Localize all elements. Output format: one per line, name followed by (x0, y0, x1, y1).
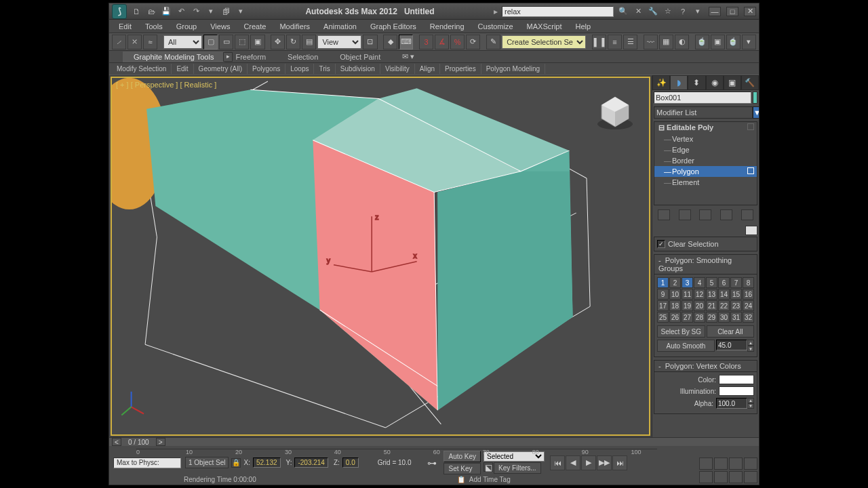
ribbon-sub-polygons[interactable]: Polygons (248, 64, 285, 74)
ribbon-sub-edit[interactable]: Edit (172, 64, 193, 74)
sg-button-29[interactable]: 29 (706, 312, 717, 323)
show-end-result-icon[interactable] (679, 209, 691, 220)
maximize-button[interactable]: □ (726, 7, 738, 16)
stack-vertex[interactable]: —Vertex (654, 134, 757, 144)
play-icon[interactable]: ▶ (581, 455, 596, 470)
menu-modifiers[interactable]: Modifiers (273, 21, 317, 32)
modifier-dropdown-arrow[interactable]: ▼ (753, 106, 759, 119)
orbit-icon[interactable] (729, 471, 743, 483)
zoom-extents-all-icon[interactable] (744, 458, 757, 470)
binoculars-icon[interactable]: 🔍 (618, 7, 629, 16)
sg-button-19[interactable]: 19 (682, 300, 693, 311)
rotate-icon[interactable]: ↻ (286, 35, 300, 49)
sg-button-6[interactable]: 6 (718, 277, 730, 288)
new-icon[interactable]: 🗋 (131, 7, 142, 16)
setkey-big-icon[interactable]: ⬕ (484, 462, 493, 472)
menu-maxscript[interactable]: MAXScript (520, 21, 569, 32)
sg-button-27[interactable]: 27 (682, 312, 693, 323)
display-tab-icon[interactable]: ▣ (724, 75, 741, 90)
sg-button-10[interactable]: 10 (669, 289, 681, 300)
timeline-prev[interactable]: < (112, 438, 121, 446)
ribbon-tab-mail-icon[interactable]: ✉ ▾ (391, 51, 425, 62)
sg-button-28[interactable]: 28 (694, 312, 705, 323)
curve-editor-icon[interactable]: 〰 (644, 35, 658, 49)
clear-selection-checkbox[interactable]: ✓ (657, 240, 665, 248)
pan-icon[interactable] (714, 471, 728, 483)
pivot-icon[interactable]: ⊡ (363, 35, 377, 49)
select-object-icon[interactable]: ▢ (203, 35, 218, 49)
vc-color-swatch[interactable] (719, 375, 754, 384)
selection-filter[interactable]: All (163, 35, 202, 49)
rollout-vertex-colors[interactable]: - Polygon: Vertex Colors (654, 360, 757, 372)
render-drop-icon[interactable]: ▾ (742, 35, 756, 49)
ribbon-sub-modifyselection[interactable]: Modify Selection (112, 64, 172, 74)
menu-group[interactable]: Group (170, 21, 204, 32)
ribbon-sub-subdivision[interactable]: Subdivision (336, 64, 380, 74)
open-icon[interactable]: 🗁 (146, 7, 157, 16)
object-name-field[interactable] (654, 92, 751, 104)
help-drop-icon[interactable]: ▾ (692, 7, 703, 16)
sg-button-18[interactable]: 18 (669, 300, 681, 311)
modify-tab-icon[interactable]: ◗ (670, 75, 688, 90)
bind-icon[interactable]: ≈ (143, 35, 157, 49)
percent-snap-icon[interactable]: % (450, 35, 465, 49)
menu-tools[interactable]: Tools (138, 21, 170, 32)
material-editor-icon[interactable]: ◐ (675, 35, 689, 49)
sg-button-8[interactable]: 8 (743, 277, 754, 288)
ribbon-sub-geometry[interactable]: Geometry (All) (194, 64, 248, 74)
modifier-list-dropdown[interactable] (654, 106, 753, 119)
sg-button-14[interactable]: 14 (718, 289, 730, 300)
sg-button-15[interactable]: 15 (730, 289, 742, 300)
create-tab-icon[interactable]: ✨ (652, 75, 670, 90)
sg-button-24[interactable]: 24 (743, 300, 754, 311)
ribbon-tab-objectpaint[interactable]: Object Paint (329, 52, 391, 62)
auto-smooth-spinner[interactable] (716, 340, 747, 350)
menu-create[interactable]: Create (237, 21, 273, 32)
sg-button-3[interactable]: 3 (682, 277, 693, 288)
prev-frame-icon[interactable]: ◀ (566, 455, 580, 470)
named-selection-set[interactable]: Create Selection Se (502, 35, 586, 49)
ribbon-sub-loops[interactable]: Loops (285, 64, 314, 74)
clear-all-button[interactable]: Clear All (707, 325, 755, 338)
zoom-all-icon[interactable] (714, 458, 728, 470)
stack-editable-poly[interactable]: ⊟ Editable Poly (654, 122, 757, 134)
rollout-smoothing-groups[interactable]: - Polygon: Smoothing Groups (654, 254, 757, 274)
render-icon[interactable]: 🍵 (726, 35, 741, 49)
sg-button-9[interactable]: 9 (657, 289, 669, 300)
sg-button-2[interactable]: 2 (669, 277, 681, 288)
timeline-next[interactable]: > (156, 438, 165, 446)
ribbon-toggle-icon[interactable]: ▸ (223, 52, 233, 62)
key-icon[interactable]: ✕ (633, 7, 644, 16)
sg-button-17[interactable]: 17 (657, 300, 669, 311)
render-frame-icon[interactable]: ▣ (711, 35, 725, 49)
scale-icon[interactable]: ▤ (302, 35, 316, 49)
link-icon[interactable]: ▾ (205, 7, 216, 16)
configure-sets-icon[interactable] (741, 209, 753, 220)
coord-y-field[interactable]: -203.214 (294, 458, 328, 468)
help-search-input[interactable] (502, 6, 614, 17)
menu-customize[interactable]: Customize (471, 21, 520, 32)
select-region-icon[interactable]: ⬚ (235, 35, 249, 49)
sg-button-23[interactable]: 23 (730, 300, 742, 311)
ribbon-sub-polymodeling[interactable]: Polygon Modeling (481, 64, 546, 74)
help-icon[interactable]: ? (677, 7, 688, 16)
viewport-perspective[interactable]: [ + ] [ Perspective ] [ Realistic ] (111, 77, 650, 436)
sg-button-20[interactable]: 20 (694, 300, 705, 311)
remove-modifier-icon[interactable] (720, 209, 732, 220)
sg-button-5[interactable]: 5 (706, 277, 717, 288)
stack-element[interactable]: —Element (654, 177, 757, 188)
pin-stack-icon[interactable] (658, 209, 670, 220)
selection-lock-icon[interactable]: 🔒 (231, 458, 241, 468)
sg-button-30[interactable]: 30 (718, 312, 730, 323)
menu-rendering[interactable]: Rendering (423, 21, 471, 32)
sg-button-25[interactable]: 25 (657, 312, 669, 323)
object-color-swatch[interactable] (753, 92, 757, 104)
schematic-icon[interactable]: ▦ (659, 35, 673, 49)
window-crossing-icon[interactable]: ▣ (250, 35, 264, 49)
keyfilters-button[interactable]: Key Filters... (494, 462, 541, 474)
undo-icon[interactable]: ↶ (176, 7, 186, 16)
layers-icon[interactable]: ☰ (623, 35, 637, 49)
modifier-stack[interactable]: ⊟ Editable Poly —Vertex —Edge —Border —P… (654, 121, 757, 205)
select-link-icon[interactable]: ⟋ (112, 35, 126, 49)
align-icon[interactable]: ≡ (608, 35, 622, 49)
